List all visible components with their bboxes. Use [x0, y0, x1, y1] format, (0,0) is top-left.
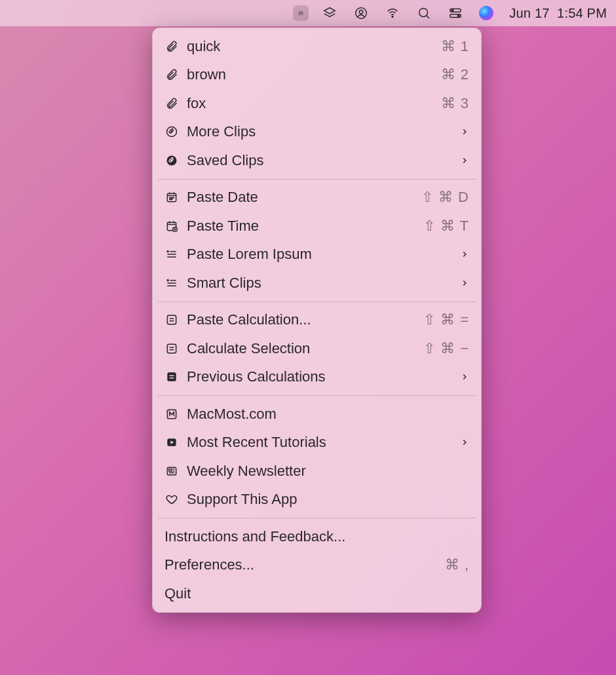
- menu-item[interactable]: Paste Lorem Ipsum: [157, 241, 477, 269]
- menubar-time: 1:54 PM: [557, 6, 607, 20]
- menu-item-label: Saved Clips: [187, 152, 452, 169]
- paperclip-icon: [164, 96, 179, 111]
- menu-separator: [158, 518, 476, 518]
- menu-shortcut: ⇧ ⌘ =: [423, 311, 469, 328]
- menu-item[interactable]: Support This App: [157, 486, 477, 514]
- svg-point-16: [171, 199, 172, 200]
- menu-item-label: Paste Time: [187, 218, 415, 235]
- menubar-datetime[interactable]: Jun 17 1:54 PM: [509, 6, 607, 21]
- menu-item[interactable]: MacMost.com: [157, 400, 477, 429]
- svg-point-13: [171, 197, 172, 198]
- menu-item[interactable]: Paste Calculation...⇧ ⌘ =: [157, 306, 477, 335]
- menu-item[interactable]: Weekly Newsletter: [157, 457, 477, 486]
- svg-rect-22: [167, 344, 176, 353]
- chevron-right-icon: [460, 434, 469, 451]
- svg-point-12: [170, 197, 170, 198]
- equals-box-icon: [164, 341, 179, 356]
- list-lines-icon: [164, 276, 179, 290]
- toolbox-menu-icon[interactable]: [293, 5, 309, 21]
- menu-item[interactable]: Previous Calculations: [157, 363, 477, 392]
- chevron-right-icon: [460, 368, 469, 385]
- svg-point-15: [170, 199, 170, 200]
- menu-shortcut: ⇧ ⌘ −: [423, 340, 469, 357]
- menu-shortcut: ⌘ ,: [445, 556, 469, 573]
- menu-item[interactable]: Most Recent Tutorials: [157, 429, 477, 457]
- paperclip-icon: [164, 39, 179, 54]
- svg-point-20: [167, 280, 168, 281]
- menu-separator: [158, 395, 476, 396]
- menu-item-label: quick: [187, 38, 433, 55]
- dropdown-menu: quick⌘ 1brown⌘ 2fox⌘ 3More ClipsSaved Cl…: [152, 28, 482, 613]
- menu-shortcut: ⇧ ⌘ D: [421, 189, 469, 206]
- svg-point-6: [452, 10, 453, 12]
- svg-point-19: [167, 251, 168, 252]
- menu-item-label: MacMost.com: [187, 406, 469, 423]
- menu-item-label: Paste Lorem Ipsum: [187, 246, 452, 263]
- heart-icon: [164, 492, 179, 507]
- menu-item[interactable]: Paste Date⇧ ⌘ D: [157, 183, 477, 212]
- menu-item-label: Weekly Newsletter: [187, 463, 469, 480]
- calendar-plus-icon: [164, 219, 179, 233]
- wifi-icon[interactable]: [385, 5, 400, 21]
- paperclip-circle-icon: [164, 125, 179, 139]
- menubar: Jun 17 1:54 PM: [0, 0, 616, 26]
- menu-item[interactable]: Calculate Selection⇧ ⌘ −: [157, 334, 477, 363]
- menu-item[interactable]: Preferences...⌘ ,: [157, 551, 477, 580]
- chevron-right-icon: [460, 152, 469, 169]
- menu-item-label: More Clips: [187, 123, 452, 140]
- menu-shortcut: ⌘ 1: [441, 38, 469, 55]
- menu-item-label: Most Recent Tutorials: [187, 434, 452, 451]
- play-fill-icon: [164, 435, 179, 450]
- svg-rect-21: [167, 316, 176, 324]
- svg-rect-23: [167, 373, 176, 381]
- m-box-icon: [164, 407, 179, 421]
- menu-separator: [158, 179, 476, 180]
- search-icon[interactable]: [416, 5, 432, 21]
- menu-item-label: Previous Calculations: [187, 368, 452, 385]
- chevron-right-icon: [460, 123, 469, 140]
- menu-item-label: Smart Clips: [187, 275, 452, 292]
- svg-point-2: [360, 10, 364, 14]
- menu-item[interactable]: quick⌘ 1: [157, 32, 477, 61]
- equals-box-icon: [164, 313, 179, 327]
- menu-item-label: Quit: [164, 585, 469, 602]
- menu-item-label: Support This App: [187, 491, 469, 508]
- user-circle-icon[interactable]: [353, 5, 369, 21]
- newspaper-icon: [164, 464, 179, 478]
- menu-item-label: brown: [187, 66, 433, 83]
- menu-item[interactable]: brown⌘ 2: [157, 61, 477, 90]
- menu-item-label: fox: [187, 95, 433, 112]
- chevron-right-icon: [460, 246, 469, 263]
- menu-item[interactable]: Saved Clips: [157, 146, 477, 175]
- menu-item-label: Preferences...: [164, 556, 437, 573]
- svg-rect-27: [169, 469, 172, 471]
- control-center-icon[interactable]: [448, 5, 463, 21]
- siri-icon[interactable]: [479, 6, 493, 20]
- menu-shortcut: ⇧ ⌘ T: [423, 218, 469, 235]
- svg-point-14: [173, 197, 174, 198]
- equals-box-fill-icon: [164, 370, 179, 384]
- menu-item[interactable]: More Clips: [157, 118, 477, 147]
- menu-item[interactable]: fox⌘ 3: [157, 89, 477, 118]
- list-lines-icon: [164, 247, 179, 261]
- stack-icon[interactable]: [322, 5, 337, 21]
- menu-item[interactable]: Instructions and Feedback...: [157, 522, 477, 551]
- menu-item-label: Instructions and Feedback...: [164, 528, 469, 545]
- svg-point-3: [392, 16, 393, 18]
- menu-shortcut: ⌘ 3: [441, 95, 469, 112]
- paperclip-icon: [164, 68, 179, 82]
- menu-item[interactable]: Quit: [157, 579, 477, 608]
- svg-rect-0: [299, 12, 303, 15]
- menu-separator: [158, 301, 476, 302]
- menu-item[interactable]: Paste Time⇧ ⌘ T: [157, 212, 477, 241]
- svg-point-8: [458, 15, 460, 17]
- svg-point-4: [419, 9, 428, 17]
- status-icons: Jun 17 1:54 PM: [296, 5, 607, 21]
- chevron-right-icon: [460, 275, 469, 292]
- menu-item[interactable]: Smart Clips: [157, 269, 477, 298]
- menu-shortcut: ⌘ 2: [441, 66, 469, 83]
- calendar-icon: [164, 190, 179, 204]
- menubar-date: Jun 17: [509, 6, 549, 20]
- menu-item-label: Paste Calculation...: [187, 311, 415, 328]
- menu-item-label: Calculate Selection: [187, 340, 415, 357]
